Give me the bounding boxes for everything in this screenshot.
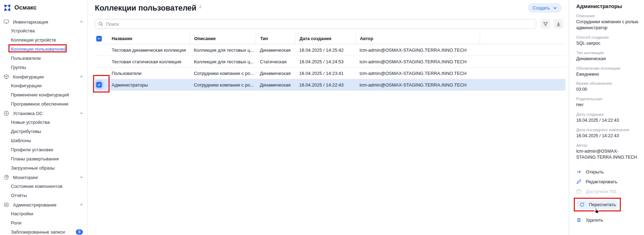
download-icon — [556, 21, 561, 27]
field-collection-type: Тип коллекции Динамическая — [576, 51, 639, 62]
blocked-records-count-badge: 0 — [76, 229, 83, 235]
sidebar-item-software[interactable]: Программное обеспечение — [0, 100, 87, 109]
indeterminate-minus-icon — [97, 37, 101, 40]
sidebar-item-new-devices[interactable]: Новые устройства — [0, 118, 87, 127]
sidebar-section-inventory[interactable]: Инвентаризация — [0, 17, 87, 26]
chevron-up-icon[interactable] — [80, 112, 83, 115]
sidebar-item-device-collections[interactable]: Коллекции устройств — [0, 36, 87, 45]
sidebar-section-os-install[interactable]: Установка ОС — [0, 109, 87, 118]
sidebar-section-label: Конфигурации — [13, 74, 76, 80]
panel-actions: Открыть Редактировать Доступное ПО Перес… — [576, 168, 639, 224]
software-window-icon — [576, 189, 581, 194]
chevron-up-icon[interactable] — [80, 203, 83, 207]
sidebar-item-devices[interactable]: Устройства — [0, 26, 87, 36]
column-header-author[interactable]: Автор — [355, 33, 480, 44]
column-header-type[interactable]: Тип — [256, 33, 295, 44]
filter-button[interactable] — [540, 19, 550, 29]
sidebar-nav: Инвентаризация Устройства Коллекции устр… — [0, 17, 87, 235]
chevron-up-icon[interactable] — [80, 176, 83, 179]
table-row[interactable]: Тестовая динамическая коллекция Коллекци… — [95, 44, 565, 56]
annotation-highlight-recalculate: Пересчитать — [574, 198, 621, 211]
sidebar-item-roles[interactable]: Роли — [0, 218, 87, 228]
field-author: Автор lcm-admin@OSMAX-STAGING.TERRA.INNO… — [576, 143, 639, 160]
chevron-up-icon[interactable] — [80, 20, 83, 24]
disc-icon — [4, 110, 9, 116]
available-software-action: Доступное ПО — [576, 188, 639, 196]
table-row-selected[interactable]: Администраторы Сотрудники компании с ро.… — [95, 79, 565, 91]
sidebar-section-label: Установка ОС — [13, 111, 76, 116]
sidebar-section-monitoring[interactable]: Мониторинг — [0, 173, 87, 182]
sidebar-item-install-profiles[interactable]: Профили установки — [0, 145, 87, 154]
row-checkbox-checked[interactable] — [96, 82, 102, 88]
page-title: Коллекции пользователей — [95, 4, 196, 13]
sidebar-section-administration[interactable]: Администрирование — [0, 200, 87, 209]
field-description: Описание Сотрудники компании с ролью адм… — [576, 14, 639, 31]
sidebar-item-apply-configurations[interactable]: Применение конфигураций — [0, 90, 87, 100]
field-parent: Родительская Нет — [576, 97, 639, 108]
arrow-right-icon — [576, 169, 581, 174]
collection-count: 4 — [199, 4, 202, 9]
monitor-icon — [4, 19, 9, 25]
search-icon — [98, 21, 103, 26]
panel-title: Администраторы — [576, 3, 639, 9]
table-row[interactable]: Тестовая статическая коллекция Коллекция… — [95, 56, 565, 68]
sidebar-item-settings[interactable]: Настройки — [0, 209, 87, 218]
trash-icon — [576, 217, 581, 223]
column-header-description[interactable]: Описание — [190, 33, 256, 44]
search-input[interactable] — [95, 19, 536, 29]
pie-chart-icon — [4, 174, 9, 180]
sidebar-item-deployment-plans[interactable]: Планы развертывания — [0, 154, 87, 164]
field-modified-date: Дата последнего изменения 16.04.2025 / 1… — [576, 128, 639, 139]
chip-icon — [4, 202, 9, 208]
open-action[interactable]: Открыть — [576, 168, 639, 176]
cube-icon — [4, 74, 9, 80]
app-logo: Осмакс — [0, 0, 87, 17]
chevron-down-icon — [553, 6, 557, 10]
sidebar-section-configurations[interactable]: Конфигурации — [0, 72, 87, 81]
select-all-checkbox[interactable] — [96, 36, 102, 42]
checkbox-halo — [95, 80, 104, 90]
table-header-row: Название Описание Тип Дата создания Авто… — [95, 33, 565, 44]
column-header-extra — [480, 33, 565, 44]
filter-funnel-icon — [543, 21, 548, 27]
chevron-up-icon[interactable] — [80, 75, 83, 78]
edit-action[interactable]: Редактировать — [576, 178, 639, 186]
table-row[interactable]: Пользователи Сотрудники компании с ро...… — [95, 68, 565, 79]
sidebar-item-boot-images[interactable]: Загрузочные образы — [0, 164, 87, 173]
column-header-name[interactable]: Название — [107, 33, 190, 44]
sidebar-item-distributions[interactable]: Дистрибутивы — [0, 127, 87, 136]
sidebar-item-templates[interactable]: Шаблоны — [0, 136, 87, 145]
sidebar-section-label: Администрирование — [13, 202, 76, 208]
sidebar-section-label: Мониторинг — [13, 175, 76, 180]
sidebar-item-reports[interactable]: Отчёты — [0, 191, 87, 200]
checkmark-icon — [97, 83, 101, 87]
download-button[interactable] — [553, 19, 563, 29]
sidebar-item-configurations[interactable]: Конфигурации — [0, 81, 87, 90]
create-button[interactable]: Создать — [528, 3, 562, 13]
app-name: Осмакс — [14, 4, 37, 11]
field-created-date: Дата создания 16.04.2025 / 14:22:43 — [576, 112, 639, 123]
sidebar-item-blocked-records[interactable]: Заблокированные записи 0 — [0, 228, 87, 235]
column-header-created[interactable]: Дата создания — [295, 33, 355, 44]
hand-cursor-icon — [593, 207, 600, 215]
sidebar-item-component-status[interactable]: Состояние компонентов — [0, 182, 87, 191]
sidebar-item-user-collections[interactable]: Коллекции пользователей — [0, 45, 87, 54]
delete-action[interactable]: Удалить — [576, 216, 639, 224]
refresh-icon — [579, 202, 585, 207]
field-update-schedule: Обновление коллекции Ежедневно — [576, 66, 639, 77]
osmax-logo-icon — [4, 4, 11, 12]
sidebar-item-groups[interactable]: Группы — [0, 63, 87, 72]
collections-table: Название Описание Тип Дата создания Авто… — [95, 33, 565, 91]
field-creation-method: Способ создания SQL-запрос — [576, 35, 639, 46]
details-panel: Администраторы Описание Сотрудники компа… — [569, 0, 644, 235]
sidebar-section-label: Инвентаризация — [13, 19, 76, 25]
field-update-time: Время обновления 03:00 — [576, 81, 639, 93]
pencil-icon — [576, 179, 581, 184]
sidebar-item-users[interactable]: Пользователи — [0, 54, 87, 63]
main-content: Коллекции пользователей 4 Создать Назван… — [88, 0, 569, 235]
sidebar: Осмакс Инвентаризация Устройства Коллекц… — [0, 0, 88, 235]
